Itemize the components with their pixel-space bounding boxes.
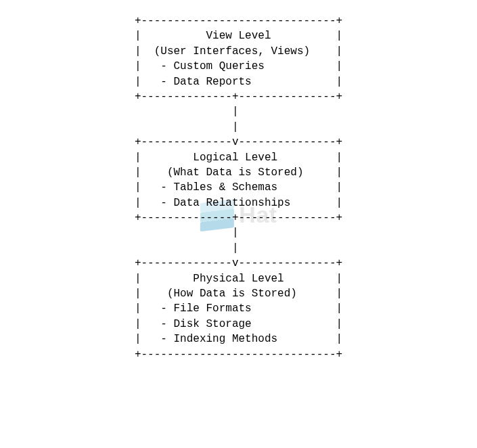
diagram-container: +------------------------------+ | View … xyxy=(14,14,463,362)
box1-item2: | - Data Reports | xyxy=(135,76,342,88)
box2-border-top: +--------------v---------------+ xyxy=(135,136,342,148)
box3-item1: | - File Formats | xyxy=(135,303,342,315)
arrow2-l2: | xyxy=(135,242,342,254)
box2-item1: | - Tables & Schemas | xyxy=(135,181,342,194)
box3-title: | Physical Level | xyxy=(135,273,342,285)
arrow1-l1: | xyxy=(135,106,342,118)
box1-title: | View Level | xyxy=(135,30,342,42)
box1-subtitle: | (User Interfaces, Views) | xyxy=(135,45,342,58)
box2-title: | Logical Level | xyxy=(135,152,342,164)
box1-border-bot: +--------------+---------------+ xyxy=(135,91,342,103)
box1-border-top: +------------------------------+ xyxy=(135,15,342,27)
box2-subtitle: | (What Data is Stored) | xyxy=(135,166,342,179)
box1-item1: | - Custom Queries | xyxy=(135,60,342,72)
box3-item3: | - Indexing Methods | xyxy=(135,333,342,345)
box3-subtitle: | (How Data is Stored) | xyxy=(135,288,342,300)
arrow1-l2: | xyxy=(135,121,342,133)
box3-border-top: +--------------v---------------+ xyxy=(135,257,342,269)
box2-item2: | - Data Relationships | xyxy=(135,197,342,209)
box3-item2: | - Disk Storage | xyxy=(135,318,342,330)
arrow2-l1: | xyxy=(135,227,342,239)
box2-border-bot: +--------------+---------------+ xyxy=(135,212,342,224)
box3-border-bot: +------------------------------+ xyxy=(135,349,342,361)
ascii-diagram: +------------------------------+ | View … xyxy=(135,14,342,362)
